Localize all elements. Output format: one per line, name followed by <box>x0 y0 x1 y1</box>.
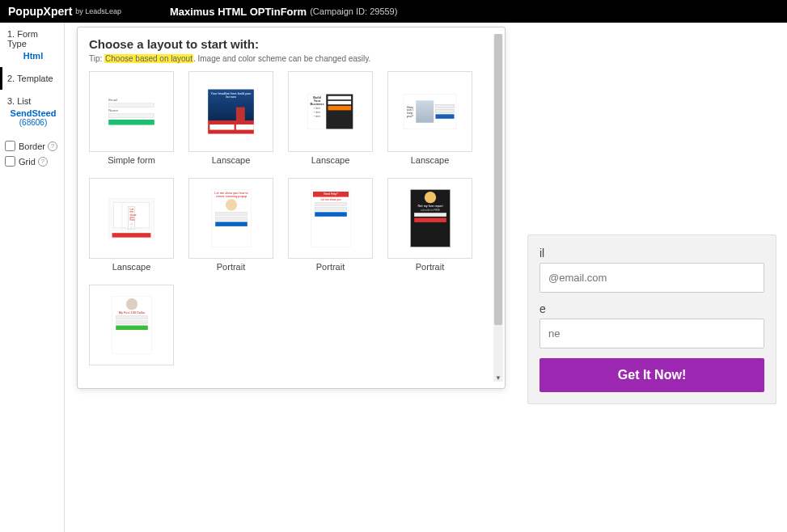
option-label: Border <box>19 141 45 151</box>
template-landscape[interactable]: How can I help you? Lanscape <box>387 71 472 165</box>
template-landscape[interactable]: Build Your Business• item• item• item La… <box>288 71 373 165</box>
template-grid: Email Name Simple form Your headline her… <box>89 71 493 369</box>
template-portrait[interactable]: Let me show you how to create stunning p… <box>188 178 273 272</box>
template-thumb: Let me show you how to create stunning p… <box>188 178 273 259</box>
template-caption: Lanscape <box>89 262 174 272</box>
template-thumb: How can I help you? <box>387 71 472 152</box>
template-simple-form[interactable]: Email Name Simple form <box>89 71 174 165</box>
modal-title: Choose a layout to start with: <box>89 37 493 51</box>
scrollbar-thumb[interactable] <box>494 34 502 325</box>
template-portrait[interactable]: Get my free report subscribe for FREE Po… <box>387 178 472 272</box>
grid-checkbox[interactable] <box>5 156 15 167</box>
sidebar-step-value: SendSteed <box>7 108 59 118</box>
modal-tip: Tip: Choose based on layout. Image and c… <box>89 54 493 63</box>
modal-scrollbar[interactable]: ▼ <box>493 34 503 382</box>
template-thumb: Need Help? Let me show you <box>288 178 373 259</box>
sidebar-options: Border ? Grid ? <box>0 133 64 174</box>
sidebar-step-value: Html <box>7 51 59 61</box>
sidebar-step-label: 3. List <box>7 96 31 106</box>
sidebar-step-list[interactable]: 3. List SendSteed (68606) <box>0 90 64 133</box>
template-portrait[interactable]: Need Help? Let me show you Portrait <box>288 178 373 272</box>
template-caption: Portrait <box>387 262 472 272</box>
template-portrait[interactable]: My First 100 Dollar <box>89 285 174 369</box>
template-landscape[interactable]: Your headline here build your list now L… <box>188 71 273 165</box>
logo-subtitle: by LeadsLeap <box>75 7 121 15</box>
template-thumb: My First 100 Dollar <box>89 285 174 365</box>
sidebar-step-formtype[interactable]: 1. Form Type Html <box>0 23 64 67</box>
name-label: e <box>539 302 764 315</box>
logo: PopupXpert <box>8 5 72 18</box>
name-input[interactable] <box>539 319 764 348</box>
template-landscape[interactable]: Let me show you how Lanscape <box>89 178 174 272</box>
sidebar-step-label: 2. Template <box>7 74 53 83</box>
help-icon[interactable]: ? <box>38 157 48 167</box>
content-area: il e Get It Now! Choose a layout to star… <box>65 23 787 532</box>
template-thumb: Get my free report subscribe for FREE <box>387 178 472 259</box>
header-title: Maximus HTML OPTinForm <box>170 6 307 18</box>
sidebar-step-template[interactable]: 2. Template <box>0 67 64 90</box>
help-icon[interactable]: ? <box>48 141 57 151</box>
option-label: Grid <box>19 157 36 167</box>
form-preview: il e Get It Now! <box>527 234 776 404</box>
sidebar-step-label: 1. Form Type <box>7 29 38 49</box>
template-caption: Portrait <box>188 262 273 272</box>
email-input[interactable] <box>539 263 764 293</box>
template-caption: Lanscape <box>288 155 373 165</box>
header-campaign-id: (Campaign ID: 29559) <box>310 6 397 16</box>
sidebar: 1. Form Type Html 2. Template 3. List Se… <box>0 23 65 532</box>
chevron-down-icon[interactable]: ▼ <box>493 374 503 383</box>
template-caption: Lanscape <box>188 155 273 165</box>
template-thumb: Email Name <box>89 71 174 152</box>
border-checkbox[interactable] <box>5 141 15 151</box>
app-header: PopupXpert by LeadsLeap Maximus HTML OPT… <box>0 0 787 23</box>
template-caption: Simple form <box>89 155 174 165</box>
option-border[interactable]: Border ? <box>5 138 59 154</box>
email-label: il <box>539 247 764 260</box>
submit-button[interactable]: Get It Now! <box>539 358 764 392</box>
template-caption: Lanscape <box>387 155 472 165</box>
template-thumb: Build Your Business• item• item• item <box>288 71 373 152</box>
template-caption: Portrait <box>288 262 373 272</box>
main-layout: 1. Form Type Html 2. Template 3. List Se… <box>0 23 787 532</box>
option-grid[interactable]: Grid ? <box>5 154 59 169</box>
template-thumb: Let me show you how <box>89 178 174 259</box>
template-thumb: Your headline here build your list now <box>188 71 273 152</box>
sidebar-step-subvalue: (68606) <box>7 118 59 127</box>
template-picker-modal: Choose a layout to start with: Tip: Choo… <box>77 27 506 389</box>
